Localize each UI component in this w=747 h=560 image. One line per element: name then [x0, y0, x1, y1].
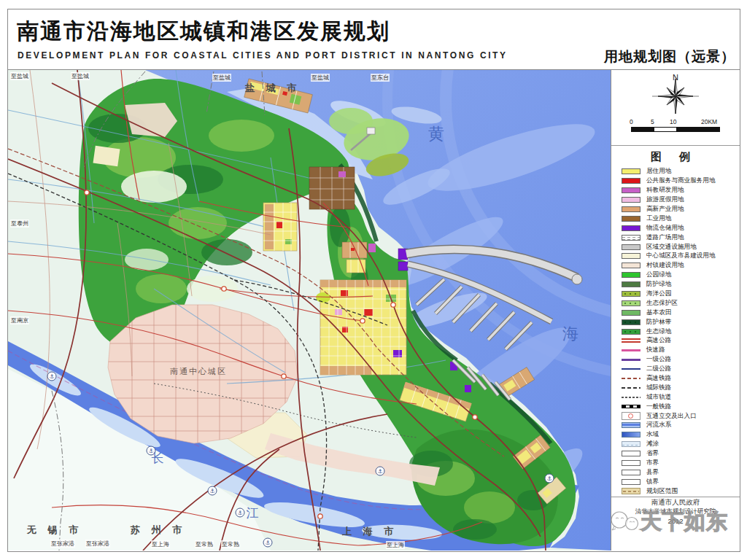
legend-swatch [622, 460, 640, 466]
credit-line: 南通市人民政府 [611, 497, 740, 507]
map-label: 南通中心城区 [170, 366, 227, 377]
header: 南通市沿海地区城镇和港区发展规划 DEVELOPMENT PLAN FOR CO… [8, 9, 740, 70]
legend-swatch [622, 349, 640, 351]
legend-item: 工业用地 [622, 214, 740, 223]
legend-item: 旅游度假用地 [622, 195, 740, 205]
legend-label: 规划区范围 [646, 487, 678, 496]
legend-label: 公园绿地 [646, 271, 671, 279]
legend-swatch [622, 168, 640, 174]
legend-item: 市界 [622, 459, 740, 468]
legend-header: 图 例 [622, 150, 727, 164]
legend-swatch [622, 405, 640, 408]
side-panel: N 0 [611, 70, 740, 551]
scale-tick: 5 [651, 118, 654, 125]
legend-swatch [622, 244, 640, 250]
credit-line: 2012 [611, 516, 740, 526]
legend-swatch [622, 338, 640, 343]
map-label: 至常熟 [221, 540, 240, 548]
legend-swatch [622, 187, 640, 193]
legend-swatch [622, 397, 640, 398]
legend-item: 中心城区及市县建设用地 [622, 252, 740, 261]
legend-item: 河流水系 [622, 421, 740, 430]
legend-swatch [622, 368, 640, 370]
legend-swatch [622, 329, 640, 335]
legend-rows: 居住用地公共服务与商业服务用地科教研发用地旅游度假用地高新产业用地工业用地物流仓… [622, 167, 740, 496]
legend-item: 公共服务与商业服务用地 [622, 176, 740, 186]
content: ⚓⚓⚓ ⚓⚓⚓ ⚓ 盐 城 市黄海长江南通中心城区无 锡 市苏 州 市上 海 市… [8, 70, 740, 551]
legend-label: 公共服务与商业服务用地 [646, 176, 716, 185]
legend-label: 中心城区及市县建设用地 [646, 252, 716, 260]
legend-label: 市界 [646, 459, 659, 467]
credit-lines: 南通市人民政府清华大学城市规划设计研究院2012 [611, 497, 740, 526]
legend-item: 科教研发用地 [622, 186, 740, 195]
legend-swatch [622, 253, 640, 259]
map-label: 至张家港 [85, 540, 110, 548]
legend-label: 区域交通设施用地 [646, 243, 697, 252]
map-label: 至盐城 [311, 74, 330, 82]
legend-label: 生态绿地 [646, 327, 671, 336]
legend-swatch [622, 451, 640, 456]
map-area: ⚓⚓⚓ ⚓⚓⚓ ⚓ 盐 城 市黄海长江南通中心城区无 锡 市苏 州 市上 海 市… [8, 70, 611, 551]
map-label: 至上海 [386, 541, 405, 549]
sheet-frame: 南通市沿海地区城镇和港区发展规划 DEVELOPMENT PLAN FOR CO… [7, 9, 740, 552]
legend-item: 区域交通设施用地 [622, 242, 740, 252]
map-label: 盐 城 市 [245, 82, 301, 95]
legend-swatch [622, 235, 640, 241]
legend-swatch [622, 412, 640, 420]
legend-label: 村镇建设用地 [646, 261, 684, 270]
legend-item: 高新产业用地 [622, 205, 740, 214]
compass-rose-icon [646, 74, 705, 118]
legend-swatch [622, 470, 640, 475]
map-label: 至上海 [151, 540, 170, 548]
legend-item: 海洋公园 [622, 289, 740, 299]
page-title: 南通市沿海地区城镇和港区发展规划 [17, 17, 390, 47]
legend-item: 一级公路 [622, 355, 740, 365]
map-label: 江 [247, 505, 259, 521]
legend-item: 高速公路 [622, 336, 740, 346]
legend-label: 高新产业用地 [646, 205, 684, 214]
legend-label: 城际铁路 [646, 384, 671, 392]
legend-item: 一般铁路 [622, 402, 740, 411]
page-subtitle: DEVELOPMENT PLAN FOR COASTAL CITIES AND … [18, 50, 508, 61]
map-label: 至东台 [371, 74, 390, 82]
legend-item: 居住用地 [622, 167, 740, 176]
legend-label: 河流水系 [646, 421, 671, 429]
legend-label: 居住用地 [646, 167, 671, 176]
legend-label: 海洋公园 [646, 289, 671, 298]
map-label: 长 [152, 450, 164, 467]
legend-label: 一级公路 [646, 355, 671, 364]
legend-item: 省界 [622, 449, 740, 459]
legend-item: 规划区范围 [622, 486, 740, 496]
legend-item: 防护绿地 [622, 280, 740, 289]
legend-label: 一般铁路 [646, 402, 671, 411]
legend-label: 滩涂 [646, 440, 659, 448]
legend-swatch [622, 262, 640, 268]
legend-swatch [622, 488, 640, 494]
map-label: 海 [562, 323, 580, 345]
legend-label: 镇界 [646, 478, 659, 486]
legend-item: 镇界 [622, 477, 740, 486]
svg-text:⚓: ⚓ [265, 540, 270, 546]
svg-text:⚓: ⚓ [209, 488, 214, 494]
legend-item: 生态保护区 [622, 298, 740, 308]
legend-item: 生态绿地 [622, 327, 740, 336]
legend-item: 城际铁路 [622, 383, 740, 392]
svg-text:⚓: ⚓ [377, 468, 382, 475]
legend-label: 水域 [646, 430, 659, 439]
plan-sheet-title: 用地规划图（远景） [604, 47, 735, 66]
legend-label: 基本农田 [646, 308, 671, 317]
legend-label: 旅游度假用地 [646, 195, 684, 204]
legend-label: 互通立交及出入口 [646, 412, 697, 421]
scale-tick: 20KM [701, 118, 717, 125]
compass-scale-section: N 0 [611, 70, 740, 146]
legend-label: 高速公路 [646, 336, 671, 345]
legend-label: 防护林带 [646, 318, 671, 327]
credit-section: 南通市人民政府清华大学城市规划设计研究院2012 天下如东 [611, 497, 740, 551]
legend-item: 道路广场用地 [622, 233, 740, 242]
legend-swatch [622, 378, 640, 379]
legend-swatch [622, 359, 640, 361]
legend-label: 科教研发用地 [646, 186, 684, 195]
legend-item: 基本农田 [622, 308, 740, 317]
legend-item: 快速路 [622, 346, 740, 355]
legend-swatch [622, 422, 640, 428]
